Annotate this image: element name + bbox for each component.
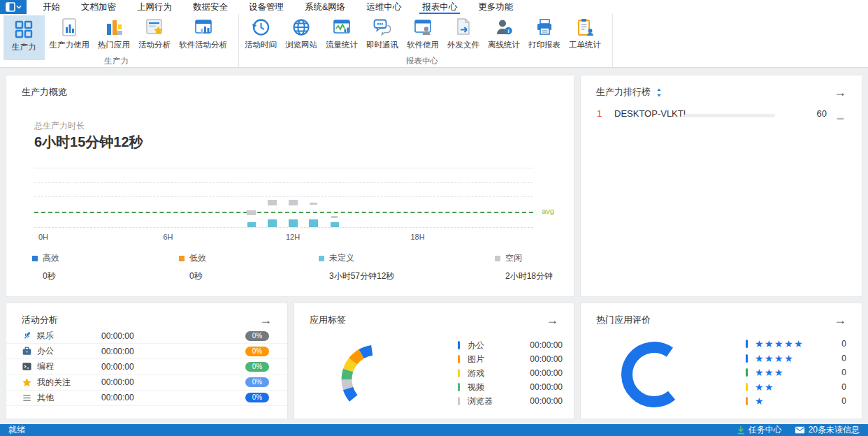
device-name: DESKTOP-VLKTL... bbox=[614, 108, 696, 119]
ribbon-item-outgoing-files[interactable]: 外发文件 bbox=[444, 15, 483, 50]
timeline-block-空闲 bbox=[310, 203, 317, 205]
panel-productivity-ranking: 生产力排行榜 → 1DESKTOP-VLKTL...60 bbox=[580, 75, 862, 297]
ranking-detail-arrow[interactable]: → bbox=[834, 87, 846, 97]
ribbon-item-label: 外发文件 bbox=[447, 40, 479, 50]
dashboard: 生产力概览 总生产力时长 6小时15分钟12秒 avg 0H6H12H18H 高… bbox=[0, 68, 868, 424]
menu-item-5[interactable]: 系统&网络 bbox=[298, 0, 352, 14]
menu-item-0[interactable]: 开始 bbox=[36, 0, 67, 14]
ribbon-item-hot-apps[interactable]: 热门应用 bbox=[94, 15, 133, 50]
menu-item-2[interactable]: 上网行为 bbox=[130, 0, 179, 14]
ribbon-item-instant-messaging[interactable]: 即时通讯 bbox=[363, 15, 402, 50]
activity-list: 娱乐00:00:000%办公00:00:000%编程00:00:000%我的关注… bbox=[6, 328, 287, 406]
chat-icon bbox=[372, 17, 392, 37]
activity-label: 其他 bbox=[37, 392, 101, 404]
rating-tick bbox=[746, 368, 748, 377]
total-duration-label: 总生产力时长 bbox=[34, 120, 85, 132]
sort-icon[interactable] bbox=[656, 88, 663, 97]
activity-row: 我的关注00:00:000% bbox=[6, 375, 287, 391]
rating-detail-arrow[interactable]: → bbox=[834, 315, 846, 325]
legend-swatch bbox=[319, 256, 324, 261]
ribbon-item-browse-websites[interactable]: 浏览网站 bbox=[282, 15, 321, 50]
app-tags-title: 应用标签 bbox=[310, 314, 346, 326]
rating-list: ★★★★★0★★★★0★★★0★★0★0 bbox=[746, 337, 846, 409]
ribbon-item-offline-stats[interactable]: i离线统计 bbox=[484, 15, 523, 50]
menu-item-1[interactable]: 文档加密 bbox=[74, 0, 123, 14]
timeline-block-未定义 bbox=[331, 222, 339, 227]
colored-bars-icon bbox=[104, 17, 124, 37]
ribbon-item-label: 软件活动分析 bbox=[179, 40, 227, 50]
tag-value: 00:00:00 bbox=[530, 396, 563, 406]
activity-percent-badge: 0% bbox=[245, 362, 269, 372]
legend-value: 0秒 bbox=[189, 270, 206, 282]
legend-value: 0秒 bbox=[43, 270, 59, 282]
timeline-block-未定义 bbox=[309, 219, 318, 227]
tag-legend-row: 视频00:00:00 bbox=[458, 380, 563, 394]
activity-label: 娱乐 bbox=[37, 330, 101, 342]
ribbon-item-label: 活动时间 bbox=[245, 40, 277, 50]
legend-value: 2小时18分钟 bbox=[505, 270, 553, 282]
ribbon-item-activity-analysis[interactable]: 活动分析 bbox=[135, 15, 174, 50]
rating-row: ★★★★★0 bbox=[746, 337, 846, 351]
ribbon-item-software-usage[interactable]: 软件使用 bbox=[403, 15, 442, 50]
tag-value: 00:00:00 bbox=[530, 354, 563, 364]
activity-time: 00:00:00 bbox=[101, 331, 134, 341]
status-text: 就绪 bbox=[8, 424, 25, 436]
ribbon-item-label: 离线统计 bbox=[488, 40, 520, 50]
overview-header: 生产力概览 bbox=[6, 75, 574, 99]
activity-row: 办公00:00:000% bbox=[6, 344, 287, 359]
ribbon-item-label: 生产力 bbox=[12, 42, 36, 52]
menu-item-8[interactable]: 更多功能 bbox=[471, 0, 520, 14]
ribbon-item-productivity-usage[interactable]: 生产力使用 bbox=[46, 15, 94, 50]
x-axis-tick: 6H bbox=[163, 233, 173, 241]
ribbon-item-activity-time[interactable]: 活动时间 bbox=[241, 15, 280, 50]
star-rating: ★★★★★ bbox=[755, 339, 804, 349]
doc-star-icon bbox=[145, 17, 164, 37]
app-window: 开始文档加密上网行为数据安全设备管理系统&网络运维中心报表中心更多功能 生产力生… bbox=[0, 0, 868, 436]
tag-tick bbox=[458, 369, 460, 377]
globe-icon bbox=[291, 17, 311, 37]
ribbon-item-print-reports[interactable]: 打印报表 bbox=[525, 15, 564, 50]
x-axis-tick: 0H bbox=[38, 233, 48, 241]
chart-page-icon bbox=[59, 17, 79, 37]
menu-item-4[interactable]: 设备管理 bbox=[242, 0, 291, 14]
tag-tick bbox=[458, 341, 460, 349]
app-menu-button[interactable] bbox=[0, 0, 27, 14]
rating-row: ★★★0 bbox=[746, 365, 846, 380]
briefcase-icon bbox=[22, 346, 32, 356]
tag-legend-row: 办公00:00:00 bbox=[458, 338, 563, 352]
gridline bbox=[34, 182, 533, 183]
ribbon-item-label: 即时通讯 bbox=[366, 40, 398, 50]
activity-percent-badge: 0% bbox=[245, 377, 269, 387]
menu-item-7[interactable]: 报表中心 bbox=[415, 0, 464, 14]
ribbon-item-traffic-stats[interactable]: 流量统计 bbox=[322, 15, 361, 50]
activity-percent-badge: 0% bbox=[245, 331, 269, 341]
rating-count: 0 bbox=[841, 339, 846, 349]
app-tags-detail-arrow[interactable]: → bbox=[546, 315, 558, 325]
legend-item-1: 低效0秒 bbox=[179, 252, 206, 282]
average-line bbox=[34, 212, 533, 213]
doc-arrow-icon bbox=[454, 17, 473, 37]
activity-detail-arrow[interactable]: → bbox=[259, 315, 272, 325]
panel-productivity-overview: 生产力概览 总生产力时长 6小时15分钟12秒 avg 0H6H12H18H 高… bbox=[6, 75, 574, 297]
menu-bar: 开始文档加密上网行为数据安全设备管理系统&网络运维中心报表中心更多功能 bbox=[0, 0, 868, 14]
ribbon-item-ticket-stats[interactable]: 工单统计 bbox=[565, 15, 605, 50]
menu-item-6[interactable]: 运维中心 bbox=[359, 0, 408, 14]
timeline-block-空闲 bbox=[268, 200, 277, 205]
task-center-button[interactable]: 任务中心 bbox=[737, 424, 782, 436]
overview-legend: 高效0秒低效0秒未定义3小时57分钟12秒空闲2小时18分钟 bbox=[6, 252, 574, 287]
activity-percent-badge: 0% bbox=[245, 347, 269, 356]
ribbon-item-productivity[interactable]: 生产力 bbox=[3, 15, 45, 60]
svg-text:i: i bbox=[507, 28, 509, 34]
rating-row: ★0 bbox=[746, 394, 846, 409]
app-tags-header: 应用标签 → bbox=[294, 303, 574, 326]
rating-arc-segment bbox=[627, 347, 672, 402]
tag-legend-row: 浏览器00:00:00 bbox=[458, 394, 563, 408]
menu-item-3[interactable]: 数据安全 bbox=[186, 0, 235, 14]
ranking-title: 生产力排行榜 bbox=[596, 86, 651, 99]
ribbon-item-label: 生产力使用 bbox=[50, 40, 90, 50]
ribbon-item-software-activity[interactable]: 软件活动分析 bbox=[175, 15, 231, 50]
unread-messages-button[interactable]: 20条未读信息 bbox=[795, 424, 860, 436]
ranking-row[interactable]: 1DESKTOP-VLKTL...60 bbox=[581, 106, 862, 123]
app-tags-legend: 办公00:00:00图片00:00:00游戏00:00:00视频00:00:00… bbox=[458, 338, 563, 408]
star-icon bbox=[22, 377, 32, 388]
